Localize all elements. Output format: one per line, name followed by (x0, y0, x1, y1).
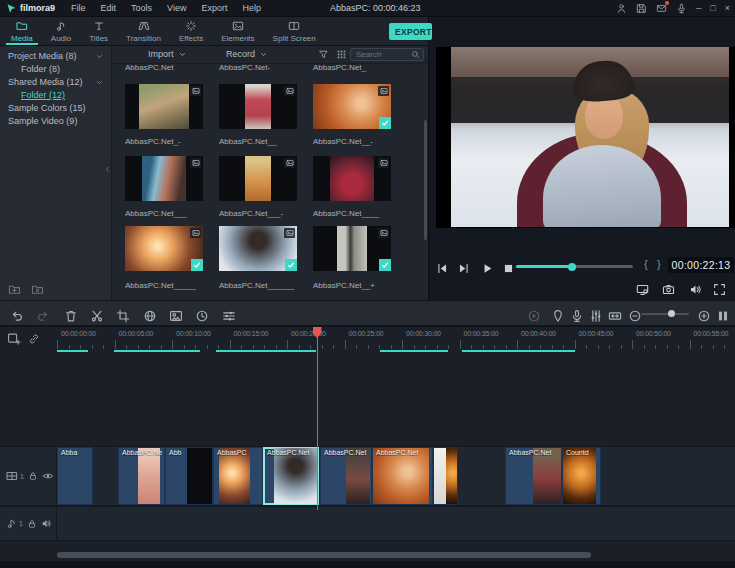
video-track-icon (6, 470, 18, 482)
lock-icon[interactable] (27, 519, 37, 529)
menu-item-edit[interactable]: Edit (101, 3, 117, 13)
timeline-clip[interactable]: AbbasPC.Net (505, 447, 562, 505)
zoom-in-button[interactable] (697, 306, 711, 324)
tab-split-screen[interactable]: Split Screen (264, 17, 325, 45)
previous-frame-button[interactable] (436, 259, 449, 277)
volume-button[interactable] (689, 280, 702, 298)
minimize-button[interactable]: – (696, 3, 701, 14)
menu-item-file[interactable]: File (71, 3, 86, 13)
collapse-panel-icon[interactable] (103, 165, 112, 174)
tab-media[interactable]: Media (2, 17, 42, 45)
menu-item-tools[interactable]: Tools (131, 3, 152, 13)
playhead-line[interactable] (317, 330, 318, 510)
fit-timeline-button[interactable] (608, 306, 622, 324)
snapshot-button[interactable] (662, 280, 675, 298)
media-item[interactable] (219, 84, 297, 129)
track-size-button[interactable] (716, 306, 730, 324)
sidebar-item-folder-8[interactable]: Folder (8) (0, 63, 111, 76)
timeline-zoom-slider[interactable] (641, 313, 689, 315)
timeline-clip[interactable]: Abb (165, 447, 213, 505)
voiceover-mic-button[interactable] (570, 306, 584, 324)
timeline-clip[interactable]: AbbasPC.Net (320, 447, 372, 505)
media-scrollbar[interactable] (424, 120, 427, 240)
crop-button[interactable] (116, 306, 130, 324)
render-preview-button[interactable] (527, 306, 541, 324)
delete-button[interactable] (64, 306, 78, 324)
sidebar-item-sample-colors-15[interactable]: Sample Colors (15) (0, 102, 111, 115)
mark-in-icon[interactable]: { (644, 258, 648, 270)
user-icon[interactable] (616, 3, 627, 14)
menu-item-view[interactable]: View (167, 3, 186, 13)
green-screen-button[interactable] (169, 306, 183, 324)
adjust-button[interactable] (222, 306, 236, 324)
tab-titles[interactable]: Titles (80, 17, 117, 45)
fullscreen-button[interactable] (713, 280, 726, 298)
chevron-down-icon[interactable] (95, 78, 104, 87)
zoom-in-icon (697, 309, 711, 323)
sidebar-item-shared-media-12[interactable]: Shared Media (12) (0, 76, 111, 89)
tab-elements[interactable]: Elements (212, 17, 263, 45)
media-item[interactable] (313, 84, 391, 129)
zoom-out-button[interactable] (628, 306, 642, 324)
timeline-clip[interactable]: Abba (57, 447, 93, 505)
display-settings-button[interactable] (636, 280, 649, 298)
timeline-clip[interactable]: AbbasPC.Net (118, 447, 165, 505)
tab-transition[interactable]: Transition (117, 17, 170, 45)
image-type-badge (378, 228, 389, 238)
mark-out-icon[interactable]: } (657, 258, 661, 270)
play-button[interactable] (481, 259, 494, 277)
image-icon (286, 229, 294, 237)
close-button[interactable]: × (725, 3, 730, 14)
media-item[interactable] (313, 156, 391, 201)
lock-icon[interactable] (28, 471, 38, 481)
eye-icon[interactable] (42, 470, 54, 482)
seek-bar[interactable] (516, 265, 633, 268)
timeline-clip[interactable] (433, 447, 458, 505)
speed-button[interactable] (195, 306, 209, 324)
menu-item-help[interactable]: Help (242, 3, 261, 13)
media-item[interactable] (125, 84, 203, 129)
color-button[interactable] (143, 306, 157, 324)
marker-button[interactable] (551, 306, 565, 324)
sidebar-item-folder-12[interactable]: Folder (12) (0, 89, 111, 102)
clip-label: AbbasPC.Net (122, 449, 162, 456)
timeline-clip[interactable]: AbbasPC.Net (372, 447, 433, 505)
stop-button[interactable] (502, 259, 515, 277)
split-scissors-button[interactable] (90, 306, 104, 324)
chevron-down-icon[interactable] (95, 52, 104, 61)
timeline-clip[interactable]: Countd (562, 447, 601, 505)
seek-handle[interactable] (568, 263, 576, 271)
delete-folder-icon[interactable] (31, 283, 44, 296)
timeline-clip[interactable]: AbbasPC (213, 447, 263, 505)
image-type-badge (378, 158, 389, 168)
timeline-scrollbar-thumb[interactable] (57, 552, 591, 558)
mic-icon[interactable] (676, 3, 687, 14)
timeline-clip[interactable]: AbbasPC.Net (263, 447, 319, 505)
sidebar-item-sample-video-9[interactable]: Sample Video (9) (0, 115, 111, 128)
mail-icon[interactable] (656, 3, 667, 14)
export-button[interactable]: EXPORT (389, 23, 432, 40)
image-icon (380, 229, 388, 237)
audio-mixer-button[interactable] (589, 306, 603, 324)
media-item[interactable] (313, 226, 391, 271)
timeline-zoom-handle[interactable] (668, 310, 675, 317)
speaker-icon[interactable] (41, 518, 52, 529)
save-icon[interactable] (636, 3, 647, 14)
image-icon (286, 159, 294, 167)
next-frame-button[interactable] (457, 259, 470, 277)
title-icon (93, 20, 105, 32)
media-item[interactable] (125, 226, 203, 271)
media-item[interactable] (219, 156, 297, 201)
tab-audio[interactable]: Audio (42, 17, 80, 45)
redo-button[interactable] (36, 306, 50, 324)
clip-thumbnail (533, 448, 561, 504)
add-folder-icon[interactable] (8, 283, 21, 296)
tab-effects[interactable]: Effects (170, 17, 212, 45)
media-item[interactable] (219, 226, 297, 271)
sidebar-item-project-media-8[interactable]: Project Media (8) (0, 50, 111, 63)
undo-button[interactable] (10, 306, 24, 324)
maximize-button[interactable]: □ (710, 3, 715, 14)
play-icon (481, 262, 494, 275)
media-item[interactable] (125, 156, 203, 201)
menu-item-export[interactable]: Export (201, 3, 227, 13)
